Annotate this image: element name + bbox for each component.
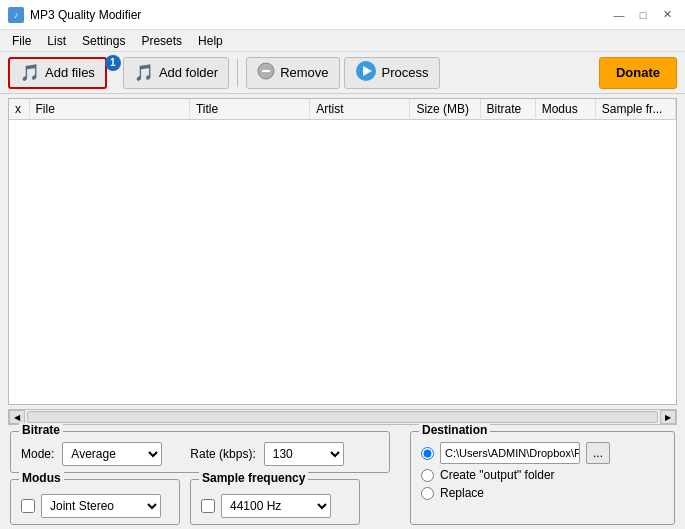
add-folder-button[interactable]: 🎵 Add folder bbox=[123, 57, 229, 89]
modus-controls: Joint Stereo Stereo Mono bbox=[21, 494, 169, 518]
dest-output-radio[interactable] bbox=[421, 469, 434, 482]
menu-help[interactable]: Help bbox=[190, 32, 231, 50]
title-bar-left: ♪ MP3 Quality Modifier bbox=[8, 7, 141, 23]
mode-label: Mode: bbox=[21, 447, 54, 461]
sample-freq-checkbox[interactable] bbox=[201, 499, 215, 513]
table-header-row: x File Title Artist Size (MB) Bitrate Mo… bbox=[9, 99, 676, 120]
sample-freq-controls: 44100 Hz 22050 Hz 48000 Hz bbox=[201, 494, 349, 518]
col-bitrate: Bitrate bbox=[480, 99, 535, 120]
destination-label: Destination bbox=[419, 423, 490, 437]
bitrate-label: Bitrate bbox=[19, 423, 63, 437]
maximize-button[interactable]: □ bbox=[633, 5, 653, 25]
col-x: x bbox=[9, 99, 29, 120]
title-controls: — □ ✕ bbox=[609, 5, 677, 25]
col-size: Size (MB) bbox=[410, 99, 480, 120]
menu-presets[interactable]: Presets bbox=[133, 32, 190, 50]
remove-icon bbox=[257, 62, 275, 83]
dest-replace-row: Replace bbox=[421, 486, 664, 500]
col-modus: Modus bbox=[535, 99, 595, 120]
close-button[interactable]: ✕ bbox=[657, 5, 677, 25]
main-content: x File Title Artist Size (MB) Bitrate Mo… bbox=[0, 94, 685, 529]
process-button[interactable]: Process bbox=[344, 57, 440, 89]
dest-path-row: C:\Users\ADMIN\Dropbox\PC ... bbox=[421, 442, 664, 464]
dest-path-radio[interactable] bbox=[421, 447, 434, 460]
remove-button[interactable]: Remove bbox=[246, 57, 339, 89]
minimize-button[interactable]: — bbox=[609, 5, 629, 25]
mode-select[interactable]: Constant Average Variable bbox=[62, 442, 162, 466]
horizontal-scrollbar[interactable]: ◀ ▶ bbox=[8, 409, 677, 425]
col-artist: Artist bbox=[310, 99, 410, 120]
sample-freq-label: Sample frequency bbox=[199, 471, 308, 485]
rate-label: Rate (kbps): bbox=[190, 447, 255, 461]
menu-settings[interactable]: Settings bbox=[74, 32, 133, 50]
add-files-label: Add files bbox=[45, 65, 95, 80]
modus-label: Modus bbox=[19, 471, 64, 485]
title-bar: ♪ MP3 Quality Modifier — □ ✕ bbox=[0, 0, 685, 30]
col-file: File bbox=[29, 99, 189, 120]
remove-label: Remove bbox=[280, 65, 328, 80]
bitrate-controls: Mode: Constant Average Variable Rate (kb… bbox=[21, 442, 379, 466]
dest-replace-radio[interactable] bbox=[421, 487, 434, 500]
menu-bar: File List Settings Presets Help bbox=[0, 30, 685, 52]
dest-path-value: C:\Users\ADMIN\Dropbox\PC bbox=[440, 442, 580, 464]
add-files-button[interactable]: 🎵 Add files bbox=[8, 57, 107, 89]
sample-freq-select[interactable]: 44100 Hz 22050 Hz 48000 Hz bbox=[221, 494, 331, 518]
toolbar: 🎵 Add files 1 🎵 Add folder Remove Proces… bbox=[0, 52, 685, 94]
scrollbar-track[interactable] bbox=[27, 411, 658, 423]
sample-frequency-section: Sample frequency 44100 Hz 22050 Hz 48000… bbox=[190, 479, 360, 525]
modus-select[interactable]: Joint Stereo Stereo Mono bbox=[41, 494, 161, 518]
add-folder-label: Add folder bbox=[159, 65, 218, 80]
menu-list[interactable]: List bbox=[39, 32, 74, 50]
col-title: Title bbox=[189, 99, 309, 120]
destination-section: Destination C:\Users\ADMIN\Dropbox\PC ..… bbox=[410, 431, 675, 525]
music-note-icon: 🎵 bbox=[20, 63, 40, 82]
folder-icon: 🎵 bbox=[134, 63, 154, 82]
browse-button[interactable]: ... bbox=[586, 442, 610, 464]
col-sample: Sample fr... bbox=[595, 99, 675, 120]
bottom-section: Bitrate Mode: Constant Average Variable … bbox=[0, 425, 685, 529]
toolbar-separator bbox=[237, 59, 238, 87]
menu-file[interactable]: File bbox=[4, 32, 39, 50]
dest-output-row: Create "output" folder bbox=[421, 468, 664, 482]
dest-output-label: Create "output" folder bbox=[440, 468, 555, 482]
file-table: x File Title Artist Size (MB) Bitrate Mo… bbox=[9, 99, 676, 120]
app-icon: ♪ bbox=[8, 7, 24, 23]
process-label: Process bbox=[382, 65, 429, 80]
rate-select[interactable]: 64 96 128 130 160 192 256 320 bbox=[264, 442, 344, 466]
scroll-left-arrow[interactable]: ◀ bbox=[9, 410, 25, 424]
app-title: MP3 Quality Modifier bbox=[30, 8, 141, 22]
badge-number: 1 bbox=[105, 55, 121, 71]
dest-replace-label: Replace bbox=[440, 486, 484, 500]
play-icon bbox=[355, 60, 377, 85]
scroll-right-arrow[interactable]: ▶ bbox=[660, 410, 676, 424]
modus-section: Modus Joint Stereo Stereo Mono bbox=[10, 479, 180, 525]
donate-button[interactable]: Donate bbox=[599, 57, 677, 89]
bitrate-section: Bitrate Mode: Constant Average Variable … bbox=[10, 431, 390, 473]
modus-checkbox[interactable] bbox=[21, 499, 35, 513]
file-table-container[interactable]: x File Title Artist Size (MB) Bitrate Mo… bbox=[8, 98, 677, 405]
